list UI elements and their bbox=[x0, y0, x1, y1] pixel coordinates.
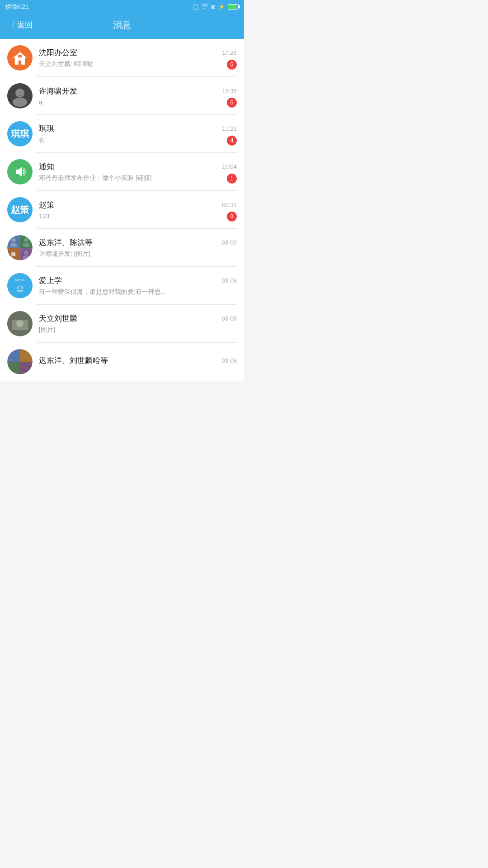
message-name: 迟东洋、陈洪等 bbox=[39, 237, 93, 248]
message-item-group1[interactable]: 陈 洪 迟东洋、陈洪等 03-09 许海啸开发: [图片] bbox=[0, 229, 244, 267]
message-icon: ⊠ bbox=[211, 4, 216, 10]
message-body-tianli: 天立刘世麟 03-08 [图片] bbox=[39, 313, 237, 334]
message-preview: 天立刘世麟: 呵呵哒 bbox=[39, 60, 188, 68]
message-body-notice: 通知 10:04 邓丹丹老师发布作业：做个小实验 [链接] bbox=[39, 161, 237, 182]
message-name: 琪琪 bbox=[39, 123, 54, 134]
message-preview: a bbox=[39, 99, 188, 106]
svg-marker-6 bbox=[16, 167, 22, 177]
svg-point-18 bbox=[23, 255, 30, 260]
unread-badge: 3 bbox=[227, 212, 237, 222]
avatar-zhaoc: 赵策 bbox=[7, 197, 33, 222]
svg-point-4 bbox=[13, 98, 27, 107]
message-time: 08:31 bbox=[222, 202, 237, 208]
message-time: 03-08 bbox=[222, 277, 237, 284]
message-preview: 123 bbox=[39, 212, 188, 220]
message-name: 迟东洋、刘世麟哈等 bbox=[39, 355, 108, 366]
back-button[interactable]: 〈 返回 bbox=[7, 19, 33, 30]
message-item-school[interactable]: School ☺ 爱上学 03-08 有一种爱深似海，那是您对我的爱;有一种恩.… bbox=[0, 267, 244, 305]
avatar-shenyang bbox=[7, 45, 33, 71]
school-label: School bbox=[14, 278, 25, 282]
svg-point-24 bbox=[7, 362, 20, 374]
message-body-group1: 迟东洋、陈洪等 03-09 许海啸开发: [图片] bbox=[39, 237, 237, 258]
message-name: 爱上学 bbox=[39, 275, 62, 286]
status-bar: 傍晚6:21 ◯ ⊠ ⚡ bbox=[0, 0, 244, 14]
unread-badge: 4 bbox=[227, 136, 237, 146]
svg-point-11 bbox=[24, 238, 28, 242]
svg-point-9 bbox=[10, 243, 17, 247]
avatar-tianli bbox=[7, 311, 33, 336]
message-time: 11:22 bbox=[222, 125, 237, 132]
status-time: 傍晚6:21 bbox=[5, 3, 28, 11]
message-item-zhaoc[interactable]: 赵策 赵策 08:31 123 3 bbox=[0, 191, 244, 229]
message-item-group2[interactable]: 迟东洋、刘世麟哈等 03-08 bbox=[0, 343, 244, 381]
avatar-qiqi: 琪琪 bbox=[7, 121, 33, 146]
message-item-notice[interactable]: 通知 10:04 邓丹丹老师发布作业：做个小实验 [链接] 1 bbox=[0, 153, 244, 191]
wifi-icon bbox=[201, 4, 208, 10]
svg-point-17 bbox=[24, 250, 28, 255]
message-time: 15:35 bbox=[222, 88, 237, 94]
message-time: 03-08 bbox=[222, 357, 237, 364]
svg-point-21 bbox=[16, 320, 23, 327]
unread-badge: 1 bbox=[227, 174, 237, 184]
message-preview: 有一种爱深似海，那是您对我的爱;有一种恩... bbox=[39, 288, 188, 296]
message-name: 天立刘世麟 bbox=[39, 313, 77, 324]
unread-badge: 5 bbox=[227, 60, 237, 70]
message-time: 17:26 bbox=[222, 49, 237, 56]
message-time: 03-09 bbox=[222, 239, 237, 246]
message-preview: 在 bbox=[39, 136, 188, 144]
alarm-icon: ◯ bbox=[192, 4, 198, 10]
svg-rect-1 bbox=[18, 55, 22, 58]
avatar-xu: 🎵 bbox=[7, 83, 33, 108]
message-name: 沈阳办公室 bbox=[39, 47, 77, 58]
svg-point-23 bbox=[20, 349, 33, 362]
message-preview: 邓丹丹老师发布作业：做个小实验 [链接] bbox=[39, 174, 188, 182]
avatar-notice bbox=[7, 159, 33, 184]
svg-point-25 bbox=[20, 362, 33, 374]
svg-point-12 bbox=[23, 243, 30, 247]
message-list: 沈阳办公室 17:26 天立刘世麟: 呵呵哒 5 🎵 许海啸开发 15:35 a… bbox=[0, 39, 244, 381]
message-body-qiqi: 琪琪 11:22 在 bbox=[39, 123, 237, 144]
svg-text:🎵: 🎵 bbox=[18, 94, 22, 99]
message-body-xu: 许海啸开发 15:35 a bbox=[39, 86, 237, 106]
message-body-zhaoc: 赵策 08:31 123 bbox=[39, 200, 237, 220]
charging-icon: ⚡ bbox=[218, 4, 225, 10]
unread-badge: 6 bbox=[227, 98, 237, 108]
message-time: 03-08 bbox=[222, 315, 237, 322]
message-preview: 许海啸开发: [图片] bbox=[39, 250, 188, 258]
svg-text:洪: 洪 bbox=[11, 252, 16, 257]
school-smile-icon: ☺ bbox=[14, 283, 26, 294]
header: 〈 返回 消息 bbox=[0, 14, 244, 39]
svg-marker-0 bbox=[14, 52, 27, 64]
avatar-school: School ☺ bbox=[7, 273, 33, 298]
back-chevron-icon: 〈 bbox=[7, 19, 15, 30]
message-name: 赵策 bbox=[39, 200, 54, 210]
message-item-qiqi[interactable]: 琪琪 琪琪 11:22 在 4 bbox=[0, 115, 244, 153]
page-title: 消息 bbox=[113, 19, 131, 31]
message-name: 通知 bbox=[39, 161, 54, 172]
svg-point-8 bbox=[11, 238, 16, 242]
svg-point-22 bbox=[7, 349, 20, 362]
battery-indicator bbox=[228, 4, 239, 9]
message-time: 10:04 bbox=[222, 163, 237, 170]
back-label: 返回 bbox=[17, 20, 33, 30]
message-name: 许海啸开发 bbox=[39, 86, 77, 96]
message-preview: [图片] bbox=[39, 326, 188, 334]
message-item-tianli[interactable]: 天立刘世麟 03-08 [图片] bbox=[0, 305, 244, 343]
avatar-group2 bbox=[7, 349, 33, 374]
status-icons: ◯ ⊠ ⚡ bbox=[192, 4, 239, 10]
message-body-school: 爱上学 03-08 有一种爱深似海，那是您对我的爱;有一种恩... bbox=[39, 275, 237, 296]
message-body-group2: 迟东洋、刘世麟哈等 03-08 bbox=[39, 355, 237, 368]
avatar-group1: 陈 洪 bbox=[7, 235, 33, 260]
message-body-shenyang: 沈阳办公室 17:26 天立刘世麟: 呵呵哒 bbox=[39, 47, 237, 68]
message-item-xu[interactable]: 🎵 许海啸开发 15:35 a 6 bbox=[0, 77, 244, 115]
message-item-shenyang[interactable]: 沈阳办公室 17:26 天立刘世麟: 呵呵哒 5 bbox=[0, 39, 244, 77]
